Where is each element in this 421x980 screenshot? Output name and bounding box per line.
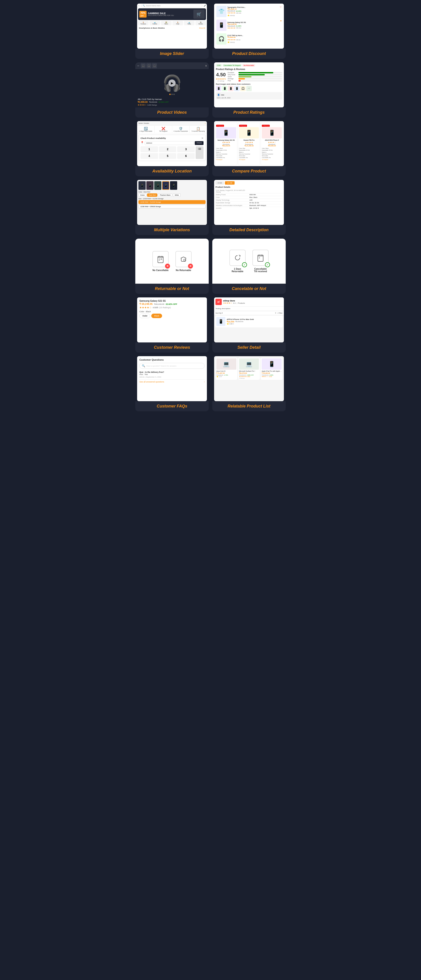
- videos-thumb-2[interactable]: 🎧: [146, 63, 151, 68]
- seller-name: eShop Store: [223, 300, 245, 302]
- avail-pincode-input[interactable]: 400010: [145, 141, 194, 145]
- var-size-256[interactable]: 12GB RAM + 256GB Storage: [138, 205, 205, 208]
- videos-dot-3: [173, 94, 175, 95]
- faqs-answer: Ans : Yes: [139, 373, 205, 375]
- slider-mic-icon[interactable]: 🎤: [204, 5, 206, 7]
- discount-prod2-heart[interactable]: ♥: [280, 19, 282, 22]
- var-color-darkred[interactable]: Dark Red: [147, 193, 157, 197]
- compare-remove-2[interactable]: ✕ Remove: [239, 125, 247, 127]
- slider-search-bar[interactable]: 🔍 Search items here: [141, 4, 202, 8]
- videos-back-icon[interactable]: ←: [137, 64, 140, 67]
- avail-key-2[interactable]: 2: [159, 146, 176, 152]
- faqs-see-all[interactable]: See all answered questions ›: [139, 379, 205, 383]
- videos-play-button[interactable]: ▶: [168, 80, 176, 87]
- relatable-img-3: 📱: [262, 358, 282, 370]
- avail-next-icon[interactable]: ›: [205, 122, 205, 124]
- var-size-label: Size : 12GB RAM + 512GB Storage: [138, 198, 205, 199]
- cancellable-icon: [256, 254, 265, 262]
- ratings-thumb-1[interactable]: 📱: [216, 86, 221, 91]
- relatable-off-3: -3.80%: [269, 374, 273, 376]
- avail-icon-warranty2: 📋 5 months Warranty: [189, 126, 207, 133]
- ratings-thumb-5[interactable]: 🎧: [240, 86, 246, 91]
- videos-thumb-1[interactable]: 🎧: [141, 63, 146, 68]
- relatable-heart-2[interactable]: ♡: [257, 358, 259, 361]
- compare-remove-1[interactable]: ✕ Remove: [216, 125, 224, 127]
- desc-tab-8gb[interactable]: 8 GB: [216, 181, 224, 185]
- reviews-btn-violet[interactable]: Violet: [139, 313, 150, 318]
- var-color-white[interactable]: White: [173, 193, 181, 197]
- ratings-thumb-more[interactable]: +7: [246, 86, 252, 91]
- seller-prod-heart[interactable]: ♡: [279, 320, 282, 323]
- var-img-4[interactable]: 📱: [162, 181, 169, 190]
- returnable-no-return: ✕ No Returnable: [175, 251, 192, 272]
- compare-remove-3[interactable]: ✕ Remove: [262, 125, 270, 127]
- card-availability-label: Availability Location: [135, 166, 209, 176]
- var-img-1[interactable]: 📱: [138, 181, 146, 190]
- avail-icon-cancel: ❌ Till Shipped: [155, 126, 172, 133]
- ratings-thumb-2[interactable]: 📱: [222, 86, 227, 91]
- slider-cat-kitchen[interactable]: 🍳Kitchen: [195, 21, 206, 25]
- card-product-ratings: COD Cancellable Till Shipped No-Returnab…: [212, 62, 286, 118]
- seller-prod-original: ₹5,000.00: [235, 321, 243, 323]
- relatable-heart-1[interactable]: ♡: [235, 358, 237, 361]
- var-size-512[interactable]: 12GB RAM + 512GB Storage: [138, 200, 205, 204]
- faqs-search[interactable]: 🔍 Have a question? Search for answers: [139, 363, 205, 369]
- seller-prod-name: APPLE iPhone 13 Pro Max Gold: [227, 318, 254, 320]
- discount-prod1-heart[interactable]: ♡: [280, 6, 282, 8]
- videos-product-info: JBL C115 TWS by Harman ₹3,999.00 ₹8,999.…: [135, 97, 209, 107]
- ratings-thumb-3[interactable]: 📱: [228, 86, 234, 91]
- discount-prod1-reviews: 4.50 (10): [236, 13, 241, 14]
- avail-key-1[interactable]: 1: [140, 146, 158, 152]
- slider-cat-sofas[interactable]: 🛋️Sofas: [184, 21, 194, 25]
- videos-off: 55.56% OFF: [159, 101, 168, 103]
- desc-tab-12gb[interactable]: 12 GB: [225, 181, 235, 185]
- avail-key-del[interactable]: ⌫: [195, 146, 203, 159]
- avail-key-6[interactable]: 6: [177, 153, 195, 159]
- card-returnable-or-not: ✕ No Cancellable ✕ No Returnable: [135, 239, 209, 294]
- seller-filter[interactable]: ↕ Filter: [277, 312, 283, 314]
- avail-pin-icon: 📍: [140, 141, 144, 145]
- discount-product-1: 👕 Typographic Print Hoo... ₹41,998.15 ₹5…: [216, 5, 283, 18]
- avail-key-4[interactable]: 4: [140, 153, 158, 159]
- avail-key-3[interactable]: 3: [177, 146, 195, 152]
- discount-prod1-price: ₹41,998.15: [227, 8, 282, 10]
- slider-cat-chair[interactable]: 🪑Chair: [172, 21, 183, 25]
- var-color-label: Color : Dark Red: [138, 191, 205, 193]
- videos-share-icon[interactable]: ⬆: [205, 65, 207, 67]
- videos-thumb-3[interactable]: 🎧: [152, 63, 157, 68]
- videos-main-area: 🎧 ▶: [135, 69, 209, 97]
- var-color-green[interactable]: Green: [138, 193, 146, 197]
- avail-check-btn[interactable]: Check: [195, 141, 203, 145]
- seller-sort[interactable]: Sort By ▾: [216, 312, 222, 314]
- card-image-slider: ← 🔍 Search items here 🎤 70%OFF GAMMING S…: [135, 3, 209, 59]
- slider-cat-furniture[interactable]: 🪑Furniture: [138, 21, 149, 25]
- compare-img-3: 📱: [262, 127, 282, 138]
- seller-header: e! eShop Store ★★★★☆ 4.3 | Products: [214, 298, 284, 307]
- ratings-thumb-4[interactable]: 📱: [234, 86, 240, 91]
- var-color-phantom[interactable]: Phantom Black: [158, 193, 172, 197]
- var-img-5[interactable]: 📱: [170, 181, 177, 190]
- slider-cat-couche[interactable]: 🛋️Couche: [149, 21, 160, 25]
- videos-price: ₹3,999.00: [138, 101, 148, 103]
- relatable-heart-3[interactable]: ♡: [280, 358, 282, 361]
- reviews-rating: 4.50/5: [153, 306, 158, 309]
- compare-name-2: Huawei P50 Pro: [239, 139, 259, 141]
- videos-original: ₹8,999.00: [149, 101, 157, 103]
- relatable-img-1: 💻: [216, 358, 237, 370]
- slider-cat-decor[interactable]: 🖼️Decor: [161, 21, 172, 25]
- card-multiple-variations-label: Multiple Variations: [135, 225, 209, 235]
- ratings-bar-poor: Poor: [227, 80, 282, 81]
- card-customer-faqs: Customer Questions 🔍 Have a question? Se…: [135, 356, 209, 411]
- seller-list-icon[interactable]: ≡: [275, 312, 276, 314]
- card-product-discount: 👕 Typographic Print Hoo... ₹41,998.15 ₹5…: [212, 3, 286, 59]
- slider-back-icon: ←: [138, 5, 140, 7]
- seller-rating: 4.3: [233, 302, 235, 304]
- var-img-3[interactable]: 📱: [154, 181, 161, 190]
- var-img-2[interactable]: 📱: [146, 181, 154, 190]
- discount-prod2-info: Samsung Galaxy S21 5G ₹68,248.95 ₹88,193…: [227, 22, 282, 29]
- reviews-btn-black[interactable]: Black: [151, 313, 162, 318]
- cancellable-check-badge: ✓: [265, 262, 270, 267]
- relatable-stars-1: ⭐ 0.00: [216, 376, 237, 377]
- avail-close-icon[interactable]: ✕: [201, 137, 203, 140]
- avail-key-5[interactable]: 5: [159, 153, 176, 159]
